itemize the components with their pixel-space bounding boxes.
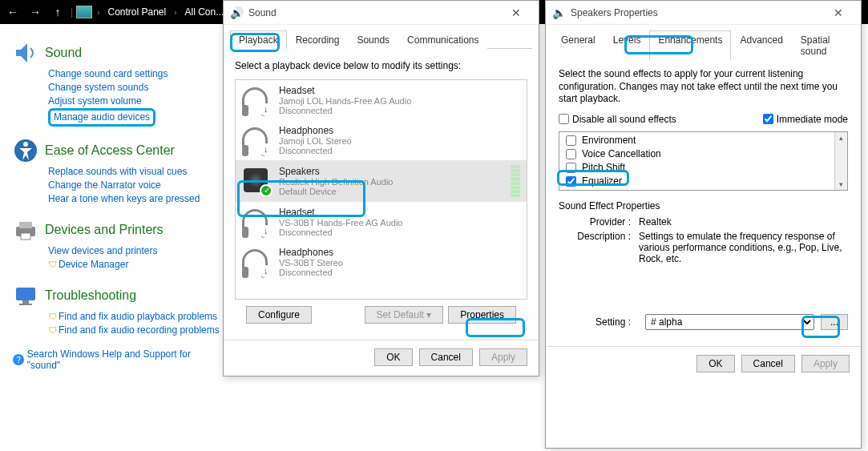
svg-marker-0 — [16, 43, 27, 62]
playback-device-list: HeadsetJamoji LOL Hands-Free AG AudioDis… — [235, 79, 527, 300]
description-value: Settings to emulate the frequency respon… — [639, 231, 848, 264]
link-fix-recording[interactable]: Find and fix audio recording problems — [48, 324, 224, 337]
fx-voice-cancel[interactable]: Voice Cancellation — [563, 147, 831, 161]
scroll-up-icon[interactable]: ▴ — [839, 132, 843, 143]
apply-button[interactable]: Apply — [479, 348, 527, 366]
help-icon: ? — [13, 354, 24, 365]
device-row[interactable]: HeadphonesVS-30BT StereoDisconnected — [236, 242, 527, 282]
device-status: Default Device — [279, 187, 503, 196]
svg-rect-6 — [16, 288, 35, 300]
link-narrator[interactable]: Change the Narrator voice — [48, 179, 224, 192]
tab-general[interactable]: General — [552, 30, 604, 60]
fx-pitch-shift[interactable]: Pitch Shift — [563, 161, 831, 175]
volume-meter — [511, 165, 520, 197]
disable-all-checkbox[interactable]: Disable all sound effects — [559, 114, 676, 125]
device-row[interactable]: HeadsetJamoji LOL Hands-Free AG AudioDis… — [236, 80, 527, 120]
configure-button[interactable]: Configure — [246, 306, 312, 324]
sound-effect-properties-label: Sound Effect Properties — [559, 200, 848, 211]
speakers-icon — [242, 167, 271, 195]
link-adjust-volume[interactable]: Adjust system volume — [48, 95, 224, 108]
link-view-devices[interactable]: View devices and printers — [48, 244, 224, 258]
sound-dialog: 🔊 Sound ✕ Playback Recording Sounds Comm… — [223, 0, 539, 377]
close-button[interactable]: ✕ — [500, 6, 532, 19]
tab-sounds[interactable]: Sounds — [348, 30, 398, 49]
link-replace-sounds[interactable]: Replace sounds with visual cues — [48, 165, 224, 179]
tab-spatial[interactable]: Spatial sound — [792, 30, 854, 60]
device-status: Disconnected — [279, 146, 520, 155]
sound-dialog-title: Sound — [248, 7, 500, 18]
control-panel-sidebar: Sound Change sound card settings Change … — [0, 24, 232, 379]
headphones-icon — [242, 126, 271, 155]
enhancement-description: Select the sound effects to apply for yo… — [559, 68, 848, 106]
provider-value: Realtek — [639, 216, 848, 228]
setting-more-button[interactable]: ... — [821, 314, 848, 330]
breadcrumb-control-panel[interactable]: Control Panel — [104, 6, 169, 18]
device-sub: Jamoji LOL Stereo — [279, 136, 520, 146]
link-manage-audio-devices[interactable]: Manage audio devices — [54, 111, 150, 124]
sound-tabs: Playback Recording Sounds Communications — [230, 30, 532, 49]
back-arrow-icon[interactable]: ← — [3, 6, 22, 18]
headphones-icon — [242, 248, 271, 276]
tab-levels[interactable]: Levels — [604, 30, 650, 60]
fx-equalizer[interactable]: Equalizer — [563, 175, 831, 188]
headset-icon — [242, 207, 271, 236]
close-button[interactable]: ✕ — [822, 6, 854, 19]
immediate-mode-checkbox[interactable]: Immediate mode — [763, 114, 848, 125]
tab-playback[interactable]: Playback — [230, 30, 287, 49]
link-device-manager[interactable]: Device Manager — [48, 258, 224, 272]
chevron-right-icon: › — [95, 8, 101, 17]
svg-rect-8 — [19, 304, 32, 305]
ease-of-access-icon — [13, 138, 38, 163]
device-sub: VS-30BT Hands-Free AG Audio — [279, 218, 520, 228]
cancel-button[interactable]: Cancel — [419, 348, 473, 366]
device-status: Disconnected — [279, 106, 520, 115]
devices-printers-icon — [13, 217, 38, 243]
forward-arrow-icon[interactable]: → — [26, 6, 45, 18]
setting-label: Setting : — [559, 316, 639, 328]
search-help-link[interactable]: ? Search Windows Help and Support for "s… — [13, 348, 224, 371]
dropdown-icon: ▾ — [426, 309, 431, 320]
apply-button[interactable]: Apply — [801, 355, 850, 372]
scrollbar[interactable]: ▴▾ — [834, 132, 847, 190]
link-change-system-sounds[interactable]: Change system sounds — [48, 81, 224, 95]
device-row-selected[interactable]: SpeakersRealtek High Definition AudioDef… — [236, 160, 527, 202]
device-status: Disconnected — [279, 268, 520, 277]
tab-communications[interactable]: Communications — [398, 30, 487, 49]
speaker-icon: 🔈 — [552, 6, 566, 19]
svg-rect-5 — [21, 233, 30, 240]
device-name: Headphones — [279, 247, 520, 258]
device-row[interactable]: HeadphonesJamoji LOL StereoDisconnected — [236, 120, 527, 160]
category-ease-title[interactable]: Ease of Access Center — [45, 143, 175, 158]
tab-advanced[interactable]: Advanced — [731, 30, 791, 60]
provider-label: Provider : — [559, 216, 639, 228]
set-default-button[interactable]: Set Default ▾ — [365, 306, 444, 324]
link-tone-keys[interactable]: Hear a tone when keys are pressed — [48, 192, 224, 206]
headset-icon — [242, 86, 271, 115]
up-arrow-icon[interactable]: ↑ — [48, 6, 67, 18]
effects-list: Environment Voice Cancellation Pitch Shi… — [559, 131, 848, 191]
device-sub: Realtek High Definition Audio — [279, 177, 503, 187]
device-name: Headphones — [279, 125, 520, 136]
ok-button[interactable]: OK — [374, 348, 412, 366]
link-change-sound-card[interactable]: Change sound card settings — [48, 67, 224, 81]
ok-button[interactable]: OK — [696, 355, 734, 372]
device-name: Headset — [279, 85, 520, 96]
fx-environment[interactable]: Environment — [563, 134, 831, 147]
category-devices-title[interactable]: Devices and Printers — [45, 223, 164, 237]
props-tabs: General Levels Enhancements Advanced Spa… — [552, 30, 854, 60]
link-fix-playback[interactable]: Find and fix audio playback problems — [48, 310, 224, 324]
tab-enhancements[interactable]: Enhancements — [649, 30, 731, 60]
cancel-button[interactable]: Cancel — [741, 355, 795, 372]
properties-button[interactable]: Properties — [448, 306, 516, 324]
scroll-down-icon[interactable]: ▾ — [839, 179, 843, 190]
tab-recording[interactable]: Recording — [287, 30, 349, 49]
category-sound-title[interactable]: Sound — [45, 46, 82, 60]
category-trouble-title[interactable]: Troubleshooting — [45, 288, 136, 303]
device-row[interactable]: HeadsetVS-30BT Hands-Free AG AudioDiscon… — [236, 202, 527, 242]
sound-icon — [13, 40, 38, 66]
device-sub: VS-30BT Stereo — [279, 258, 520, 268]
setting-select[interactable]: # alpha — [645, 314, 814, 330]
svg-rect-4 — [19, 222, 32, 228]
breadcrumb-all[interactable]: All Con... — [182, 6, 228, 18]
search-help-text: Search Windows Help and Support for "sou… — [27, 348, 224, 371]
